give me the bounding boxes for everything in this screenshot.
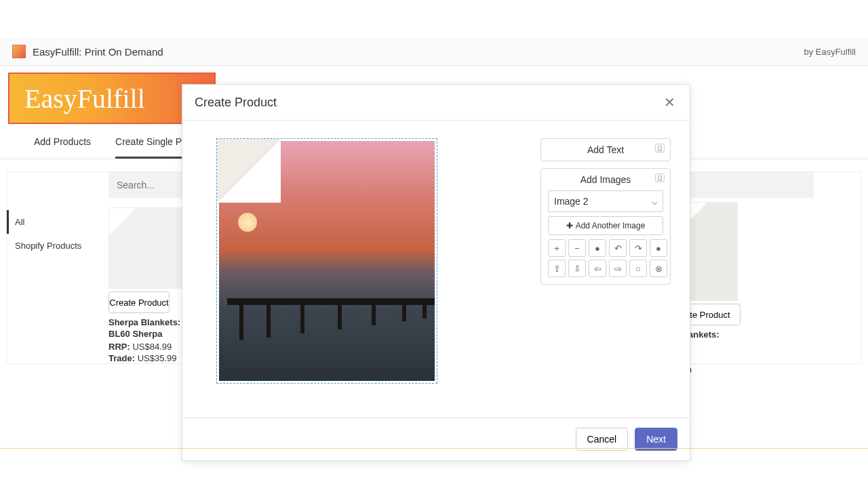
delete-icon[interactable]: ⊗: [650, 260, 667, 277]
brand-logo-text: EasyFulfill: [24, 83, 145, 115]
circle-outline-icon[interactable]: ○: [629, 260, 647, 277]
move-down-icon[interactable]: ⇩: [568, 260, 586, 277]
modal-title: Create Product: [195, 96, 277, 110]
circle-fill-icon[interactable]: ●: [650, 239, 667, 257]
tab-add-products[interactable]: Add Products: [34, 127, 91, 159]
sidebar-item-shopify[interactable]: Shopify Products: [7, 234, 108, 258]
chevron-down-icon: ⌵: [652, 196, 657, 207]
close-icon[interactable]: ✕: [661, 94, 677, 110]
camera-icon: ⌼: [655, 144, 665, 152]
move-right-icon[interactable]: ⇨: [609, 260, 627, 277]
image-select[interactable]: Image 2 ⌵: [548, 190, 663, 212]
move-up-icon[interactable]: ⇧: [548, 260, 566, 277]
create-product-modal: Create Product ✕ Add Text ⌼ Add Images ⌼: [182, 84, 690, 364]
add-another-image-button[interactable]: ✚ Add Another Image: [548, 216, 663, 235]
add-text-button[interactable]: Add Text ⌼: [540, 138, 671, 161]
add-images-label: Add Images: [548, 174, 663, 185]
rotate-right-icon[interactable]: ↷: [629, 239, 647, 257]
plus-icon: ✚: [566, 221, 573, 230]
create-product-button[interactable]: Create Product: [108, 291, 170, 313]
sidebar-item-all[interactable]: All: [7, 210, 108, 234]
product-rrp: RRP: US$84.99: [108, 342, 190, 352]
app-title: EasyFulfill: Print On Demand: [33, 46, 163, 58]
product-name: Sherpa Blankets: BL60 Sherpa: [108, 317, 190, 340]
rotate-left-icon[interactable]: ↶: [609, 239, 627, 257]
camera-icon: ⌼: [655, 174, 665, 182]
app-icon: [12, 45, 26, 58]
zoom-in-icon[interactable]: +: [548, 239, 566, 257]
move-left-icon[interactable]: ⇦: [589, 260, 606, 277]
app-by-label: by EasyFulfill: [804, 47, 856, 57]
zoom-out-icon[interactable]: −: [568, 239, 586, 257]
product-trade: Trade: US$35.99: [108, 353, 190, 363]
design-canvas[interactable]: [216, 138, 437, 364]
circle-icon[interactable]: ●: [589, 239, 606, 257]
product-thumbnail[interactable]: [108, 207, 190, 289]
